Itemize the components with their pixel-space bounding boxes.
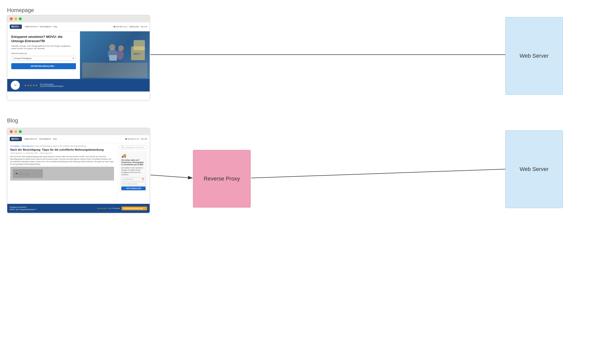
date-placeholder: Umzugsdatum: [123, 178, 134, 180]
blog-star-2: ★: [99, 207, 101, 210]
calendar-icon: 📅: [142, 178, 144, 180]
blog-close-dot: [10, 130, 13, 133]
search-icon: 🔍: [122, 146, 124, 148]
blog-text: Wie Sie bei der Wohnungsbesichtigung ein…: [10, 155, 114, 165]
nav-right: ☎ 044 505 14 14 ANMELDEN EN | FR: [113, 26, 147, 28]
svg-text:MÖVU: MÖVU: [134, 53, 140, 55]
hero-title: Entspannt umziehen? MOVU: die Umzugs-Ent…: [11, 35, 76, 43]
blog-footer-left: Entspannt umziehen? MOVU: die Umzugs-Ent…: [10, 206, 37, 211]
blog-content: MOVU 4 ÜBER MOVU ▾ RATGEBER ▾ FAQ ☎ 044 …: [7, 135, 150, 213]
hero-cta-button[interactable]: OFFERTEN ERHALTEN →: [11, 63, 76, 69]
blog-sidebar: 🔍 Umzugstipps durchsuchen 🚚 Sie ziehen b…: [117, 143, 150, 204]
rating-score: Ø 4.7/5 Exzellent: [40, 83, 63, 85]
search-placeholder: Umzugstipps durchsuchen: [125, 146, 144, 148]
blog-breadcrumb: Umzugstipps > Wohnungssuche > Nach der B…: [10, 145, 114, 147]
service-select[interactable]: Umzug & Reinigung ▾: [11, 56, 76, 61]
nav-link-about: ÜBER MOVU ▾: [25, 26, 38, 28]
blog-nav-phone: ☎ 044 505 14 14: [125, 138, 139, 140]
webserver-bottom-label: Web Server: [520, 166, 549, 172]
blog-nav: MOVU 4 ÜBER MOVU ▾ RATGEBER ▾ FAQ ☎ 044 …: [7, 135, 150, 143]
date-input[interactable]: Umzugsdatum 📅: [121, 177, 146, 181]
nav-link-faq: FAQ: [53, 26, 57, 28]
hero-right: MÖVU: [80, 31, 150, 79]
rating-stars: ★ ★ ★ ★ ★: [24, 84, 38, 87]
widget-title: Sie ziehen bald um? Kostenlose Umzugstip…: [121, 159, 146, 166]
star-1: ★: [24, 84, 27, 87]
blog-title: Nach der Besichtigung: Tipps für die sch…: [10, 148, 114, 151]
minimize-dot: [14, 17, 17, 20]
star-5: ★: [35, 84, 38, 87]
blog-minimize-dot: [14, 130, 17, 133]
blog-footer-rating: Ø 4.7/5 Exzellent: [109, 208, 120, 209]
svg-point-6: [109, 44, 115, 50]
svg-text:🖥️ laptop image: 🖥️ laptop image: [15, 173, 30, 175]
svg-line-3: [251, 168, 524, 178]
truck-icon: 🚚: [121, 153, 146, 158]
widget-text: Sie erhalten in den nächsten 2 Ronaten d…: [121, 167, 146, 176]
blog-nav-links: ÜBER MOVU ▾ RATGEBER ▾ FAQ: [24, 138, 57, 140]
blog-maximize-dot: [19, 130, 22, 133]
email-input[interactable]: Ihre E-Mail-Adresse: [121, 182, 146, 186]
reverse-proxy-label: Reverse Proxy: [204, 175, 240, 182]
browser-titlebar: [7, 15, 150, 22]
blog-nav-about: ÜBER MOVU ▾: [24, 138, 37, 140]
nav-links: ÜBER MOVU ▾ RATGEBER ▾ FAQ: [25, 26, 57, 28]
blog-footer-cta[interactable]: OFFERTEN ERHALTEN →: [122, 207, 147, 210]
nav-login: ANMELDEN: [129, 26, 139, 28]
hero-left: Entspannt umziehen? MOVU: die Umzugs-Ent…: [7, 31, 80, 79]
svg-rect-10: [134, 40, 145, 50]
blog-nav-ratgeber: RATGEBER ▾: [39, 138, 51, 140]
webserver-top-label: Web Server: [520, 53, 549, 59]
movu-nav: MOVU 4 ÜBER MOVU ▾ RATGEBER ▾ FAQ ☎ 044 …: [7, 22, 150, 31]
nav-lang: EN | FR: [141, 26, 147, 28]
email-placeholder: Ihre E-Mail-Adresse: [123, 183, 137, 185]
svg-rect-4: [82, 63, 147, 78]
rating-text: Ø 4.7/5 Exzellent (10.130 Kundenbewertun…: [40, 83, 63, 87]
sidebar-search[interactable]: 🔍 Umzugstipps durchsuchen: [119, 145, 148, 149]
movu-logo: MOVU 4: [10, 25, 22, 29]
close-dot: [10, 17, 13, 20]
star-4: ★: [33, 84, 35, 87]
blog-browser-titlebar: [7, 128, 150, 135]
blog-nav-faq: FAQ: [53, 138, 57, 140]
blog-footer-line1: Entspannt umziehen?: [10, 206, 37, 208]
star-2: ★: [27, 84, 29, 87]
blog-footer-stars: ★ ★ ★ ★ ★: [97, 207, 107, 210]
maximize-dot: [19, 17, 22, 20]
blog-date: Zuletzt geändert: 11. September 2020 — W…: [10, 152, 114, 154]
tips-cta-button[interactable]: TIPPS ERHALTEN: [121, 187, 146, 190]
reverse-proxy-box: Reverse Proxy: [193, 150, 251, 208]
blog-logo-sub: 4: [19, 138, 20, 140]
blog-browser: MOVU 4 ÜBER MOVU ▾ RATGEBER ▾ FAQ ☎ 044 …: [7, 128, 150, 213]
blog-footer-bar: Entspannt umziehen? MOVU: die Umzugs-Ent…: [7, 204, 150, 213]
hero-photo: MÖVU: [80, 31, 150, 79]
blog-image-svg: 🖥️ laptop image: [10, 167, 114, 180]
hero-subtitle: Geprüfte Umzugs- oder Reinigungsfirmen a…: [11, 45, 76, 50]
blog-star-5: ★: [105, 207, 107, 210]
nav-link-ratgeber: RATGEBER ▾: [40, 26, 51, 28]
breadcrumb-text: Umzugstipps > Wohnungssuche >: [10, 145, 36, 147]
blog-movu-logo: MOVU 4: [10, 137, 22, 141]
review-count: (10.130 Kundenbewertungen): [40, 85, 63, 87]
svg-line-2: [150, 175, 192, 178]
blog-footer-right: ★ ★ ★ ★ ★ Ø 4.7/5 Exzellent OFFERTEN ERH…: [97, 207, 147, 210]
movu-hero: Entspannt umziehen? MOVU: die Umzugs-Ent…: [7, 31, 150, 79]
chevron-down-icon: ▾: [73, 57, 74, 59]
blog-body: Umzugstipps > Wohnungssuche > Nach der B…: [7, 143, 150, 204]
nav-phone: ☎ 044 505 14 14: [113, 26, 127, 28]
blog-star-3: ★: [101, 207, 103, 210]
blog-footer-line2: MOVU: die Umzugs-Entstresser™: [10, 208, 37, 211]
svg-rect-13: [110, 56, 116, 60]
homepage-footer-bar: TÜV ★ ★ ★ ★ ★ Ø 4.7/5 Exzellent (10.130 …: [7, 79, 150, 92]
blog-star-4: ★: [103, 207, 105, 210]
blog-main: Umzugstipps > Wohnungssuche > Nach der B…: [7, 143, 117, 204]
homepage-section-label: Homepage: [7, 7, 34, 14]
svg-point-8: [118, 45, 124, 51]
blog-image: 🖥️ laptop image: [10, 167, 114, 180]
logo-text: MOVU: [11, 25, 19, 28]
blog-star-1: ★: [97, 207, 99, 210]
service-select-value: Umzug & Reinigung: [14, 57, 31, 59]
logo-sub: 4: [19, 26, 20, 28]
blog-logo-text: MOVU: [11, 138, 19, 140]
webserver-top-box: Web Server: [505, 17, 563, 95]
